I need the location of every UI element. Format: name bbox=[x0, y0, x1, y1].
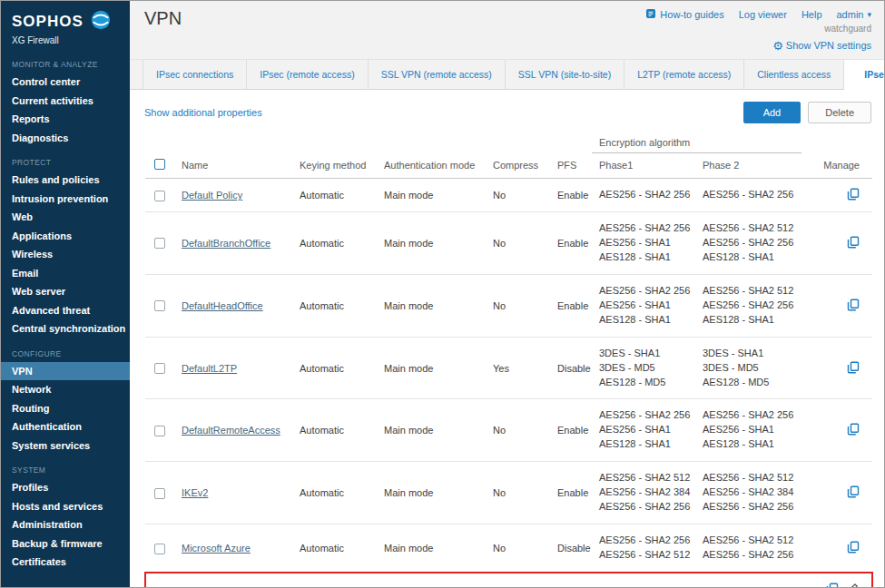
sidebar-item-authentication[interactable]: Authentication bbox=[1, 417, 130, 436]
edit-button[interactable] bbox=[846, 583, 859, 587]
auth-cell: Main mode bbox=[377, 274, 486, 337]
phase2-cell: AES256 - SHA2 256 bbox=[695, 573, 801, 587]
checkbox-cell bbox=[145, 399, 174, 462]
policy-name-link[interactable]: Microsoft Azure bbox=[182, 543, 251, 554]
pfs-cell: Disable bbox=[550, 524, 592, 573]
tab-l2tp-remote-access[interactable]: L2TP (remote access) bbox=[624, 60, 744, 89]
sidebar-item-system-services[interactable]: System services bbox=[1, 436, 130, 456]
phase1-cell: AES256 - SHA2 256AES256 - SHA1AES128 - S… bbox=[592, 399, 695, 462]
row-checkbox[interactable] bbox=[154, 238, 165, 249]
header-checkbox-cell bbox=[145, 133, 174, 179]
content-panel: Show additional properties Add Delete Na… bbox=[130, 90, 884, 587]
sidebar-section-label: MONITOR & ANALYZE bbox=[1, 49, 130, 73]
row-checkbox[interactable] bbox=[154, 488, 165, 499]
sidebar-item-applications[interactable]: Applications bbox=[1, 227, 130, 246]
sidebar-item-diagnostics[interactable]: Diagnostics bbox=[1, 129, 130, 148]
sidebar-item-routing[interactable]: Routing bbox=[1, 399, 130, 418]
copy-button[interactable] bbox=[847, 236, 860, 250]
compress-cell: No bbox=[486, 524, 550, 573]
keying-cell: Automatic bbox=[292, 337, 377, 399]
sidebar-item-rules-and-policies[interactable]: Rules and policies bbox=[1, 171, 130, 190]
tab-ipsec-connections[interactable]: IPsec connections bbox=[143, 60, 247, 89]
col-header-encryption-group: Encryption algorithm bbox=[592, 133, 801, 153]
pfs-cell: Disable bbox=[550, 337, 592, 399]
policy-name-link[interactable]: DefaultRemoteAccess bbox=[182, 425, 280, 436]
toolbar: Show additional properties Add Delete bbox=[130, 90, 884, 133]
copy-button[interactable] bbox=[847, 361, 860, 376]
show-additional-properties-link[interactable]: Show additional properties bbox=[144, 107, 262, 118]
tab-clientless-access[interactable]: Clientless access bbox=[744, 60, 844, 89]
row-checkbox[interactable] bbox=[154, 363, 165, 374]
compress-cell: No bbox=[486, 462, 550, 524]
tab-ssl-vpn-site-to-site[interactable]: SSL VPN (site-to-site) bbox=[506, 60, 624, 89]
auth-cell: Main mode bbox=[377, 524, 486, 573]
add-button[interactable]: Add bbox=[743, 102, 801, 123]
phase2-cell: AES256 - SHA2 512AES256 - SHA2 384AES256… bbox=[695, 462, 801, 524]
delete-button[interactable]: Delete bbox=[808, 102, 871, 123]
col-header-pfs: PFS bbox=[550, 133, 592, 179]
log-viewer-link[interactable]: Log viewer bbox=[739, 9, 787, 20]
copy-button[interactable] bbox=[847, 541, 860, 555]
pfs-cell: Enable bbox=[550, 179, 592, 212]
sidebar-item-advanced-threat[interactable]: Advanced threat bbox=[1, 301, 130, 320]
table-row: IKEv2AutomaticMain modeNoEnableAES256 - … bbox=[145, 462, 872, 524]
col-header-phase2: Phase 2 bbox=[695, 153, 801, 179]
how-to-guides-link[interactable]: How-to guides bbox=[645, 8, 723, 21]
col-header-keying: Keying method bbox=[292, 133, 377, 179]
sidebar-item-vpn[interactable]: VPN bbox=[1, 362, 130, 381]
copy-icon bbox=[847, 489, 860, 500]
pfs-cell: Enable bbox=[550, 462, 592, 524]
pfs-cell: Enable bbox=[550, 274, 592, 337]
sidebar-item-reports[interactable]: Reports bbox=[1, 110, 130, 129]
sophos-logo[interactable]: SOPHOS XG Firewall bbox=[1, 1, 130, 49]
row-checkbox[interactable] bbox=[154, 300, 165, 311]
keying-cell: Automatic bbox=[292, 274, 377, 337]
col-header-phase1: Phase1 bbox=[592, 153, 695, 179]
sidebar-item-backup-firmware[interactable]: Backup & firmware bbox=[1, 534, 130, 554]
copy-icon bbox=[826, 586, 839, 587]
tab-ipsec-remote-access[interactable]: IPsec (remote access) bbox=[247, 60, 368, 89]
copy-button[interactable] bbox=[847, 299, 860, 313]
sidebar-item-certificates[interactable]: Certificates bbox=[1, 553, 130, 572]
sidebar-item-administration[interactable]: Administration bbox=[1, 515, 130, 534]
sidebar-item-network[interactable]: Network bbox=[1, 380, 130, 399]
sidebar-item-central-synchronization[interactable]: Central synchronization bbox=[1, 319, 130, 338]
show-vpn-settings-link[interactable]: ⚙ Show VPN settings bbox=[772, 40, 871, 51]
sidebar-item-email[interactable]: Email bbox=[1, 264, 130, 283]
policy-name-link[interactable]: Default Policy bbox=[182, 190, 242, 201]
sidebar-item-wireless[interactable]: Wireless bbox=[1, 245, 130, 264]
tab-ssl-vpn-remote-access[interactable]: SSL VPN (remote access) bbox=[369, 60, 506, 89]
policy-name-link[interactable]: IKEv2 bbox=[182, 487, 208, 498]
row-checkbox[interactable] bbox=[154, 544, 165, 554]
sidebar-item-hosts-and-services[interactable]: Hosts and services bbox=[1, 497, 130, 516]
tab-ipsec-policies[interactable]: IPsec policies bbox=[844, 60, 885, 90]
sidebar-item-current-activities[interactable]: Current activities bbox=[1, 92, 130, 111]
row-checkbox[interactable] bbox=[154, 191, 165, 201]
copy-button[interactable] bbox=[826, 583, 839, 587]
phase2-cell: AES256 - SHA2 512AES256 - SHA2 256AES128… bbox=[695, 212, 801, 275]
row-checkbox[interactable] bbox=[154, 426, 165, 436]
sidebar-item-web[interactable]: Web bbox=[1, 208, 130, 227]
sidebar-item-control-center[interactable]: Control center bbox=[1, 73, 130, 92]
policy-name-link[interactable]: DefaultBranchOffice bbox=[182, 238, 270, 249]
policy-name-link[interactable]: DefaultHeadOffice bbox=[182, 300, 263, 311]
sidebar-item-web-server[interactable]: Web server bbox=[1, 282, 130, 301]
admin-menu[interactable]: admin ▾ bbox=[837, 9, 872, 20]
copy-button[interactable] bbox=[847, 188, 860, 202]
copy-button[interactable] bbox=[847, 423, 860, 437]
policies-table: Name Keying method Authentication mode C… bbox=[144, 133, 873, 587]
product-text: XG Firewall bbox=[12, 35, 119, 45]
sidebar-item-intrusion-prevention[interactable]: Intrusion prevention bbox=[1, 190, 130, 209]
copy-icon bbox=[847, 240, 860, 250]
sidebar-item-profiles[interactable]: Profiles bbox=[1, 478, 130, 497]
select-all-checkbox[interactable] bbox=[154, 159, 165, 170]
table-row: DefaultRemoteAccessAutomaticMain modeNoE… bbox=[145, 399, 872, 462]
copy-button[interactable] bbox=[847, 485, 860, 500]
table-row: DefaultBranchOfficeAutomaticMain modeNoE… bbox=[145, 212, 872, 275]
help-link[interactable]: Help bbox=[801, 9, 822, 20]
manage-cell bbox=[801, 212, 872, 275]
keying-cell: Automatic bbox=[292, 573, 377, 587]
name-cell: Default Policy bbox=[174, 179, 292, 212]
page-title: VPN bbox=[144, 8, 182, 34]
policy-name-link[interactable]: DefaultL2TP bbox=[182, 363, 237, 374]
